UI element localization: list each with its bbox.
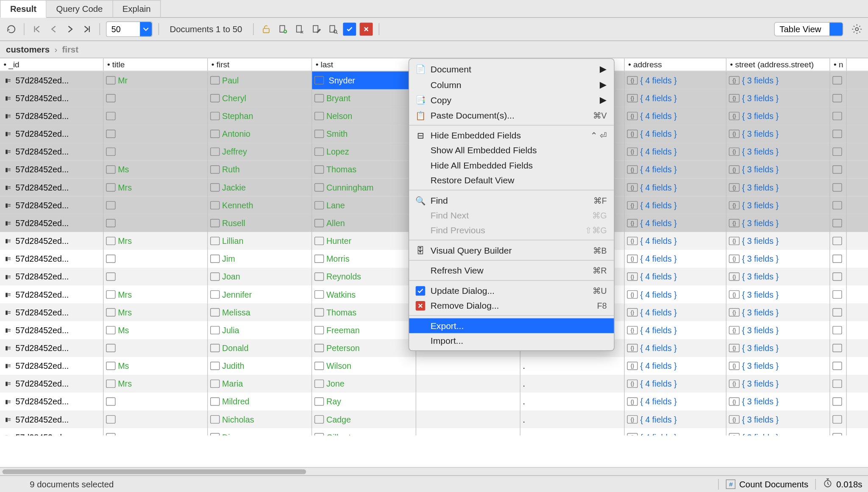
tab-query-code[interactable]: Query Code [47,0,113,18]
table-row[interactable]: ▮≡57d28452ed...MrsMariaJone.{ 4 fields }… [0,375,868,392]
column-header[interactable]: • title [103,58,208,71]
page-size-select[interactable] [106,22,153,37]
string-icon [106,201,115,210]
string-icon [106,254,115,263]
string-icon [832,76,842,85]
context-menu-item[interactable]: Column▶ [409,77,614,92]
column-header[interactable]: • address [625,58,726,71]
gear-icon[interactable] [850,22,863,36]
nav-next-icon[interactable] [64,22,77,36]
refresh-icon[interactable] [5,22,18,36]
string-icon [314,415,324,424]
count-documents-button[interactable]: Count Documents [739,479,808,489]
context-menu-item[interactable]: Restore Default View [409,172,614,187]
object-icon [627,147,637,156]
nav-prev-icon[interactable] [47,22,60,36]
context-menu-item[interactable]: Update Dialog...⌘U [409,283,614,298]
chevron-right-icon: ▶ [600,94,607,105]
id-icon: ▮≡ [3,219,13,227]
context-menu-item[interactable]: Hide All Embedded Fields [409,158,614,172]
view-json-icon[interactable] [293,22,306,36]
tab-result[interactable]: Result [0,0,47,18]
remove-icon[interactable] [359,22,373,36]
menu-item-label: Show All Embedded Fields [431,145,607,155]
context-menu-item[interactable]: 📄Document▶ [409,61,614,77]
menu-item-label: Document [431,64,595,74]
id-icon: ▮≡ [3,415,13,424]
menu-item-label: Find Previous [431,225,580,235]
string-icon [832,94,842,102]
context-menu-item[interactable]: Import... [409,333,614,348]
string-icon [210,237,220,245]
object-icon [729,112,740,120]
context-menu-item[interactable]: 🗄Visual Query Builder⌘B [409,243,614,257]
string-icon [106,308,115,317]
context-menu-item[interactable]: Show All Embedded Fields [409,143,614,158]
string-icon [106,344,115,352]
string-icon [106,415,115,424]
object-icon [627,219,637,227]
string-icon [832,398,842,406]
page-size-input[interactable] [106,22,140,36]
string-icon [210,183,220,192]
menu-item-shortcut: ⌘V [593,111,607,120]
object-icon [627,326,637,334]
string-icon [832,147,842,156]
object-icon [627,379,637,388]
string-icon [314,362,324,370]
context-menu-item[interactable]: Export... [409,318,614,333]
context-menu-item[interactable]: 📋Paste Document(s)...⌘V [409,108,614,122]
breadcrumb-root[interactable]: customers [6,44,50,54]
horizontal-scrollbar[interactable] [0,467,868,475]
nav-first-icon[interactable] [31,22,44,36]
context-menu-item[interactable]: 📑Copy▶ [409,92,614,108]
menu-item-label: Visual Query Builder [431,245,588,255]
string-icon [314,130,324,138]
menu-item-label: Paste Document(s)... [431,110,588,120]
view-mode-select[interactable]: Table View [774,22,843,36]
menu-item-icon: 🗄 [415,246,426,255]
unlock-icon[interactable] [259,22,273,36]
context-menu-item[interactable]: Refresh View⌘R [409,263,614,278]
context-menu-item[interactable]: ⊟Hide Embedded Fields⌃ ⏎ [409,128,614,143]
id-icon: ▮≡ [3,379,13,388]
update-icon[interactable] [343,22,356,36]
table-row[interactable]: ▮≡57d28452ed...MildredRay.{ 4 fields }{ … [0,392,868,410]
object-icon [729,130,740,138]
edit-document-icon[interactable] [309,22,323,36]
string-icon [832,272,842,281]
find-document-icon[interactable] [326,22,339,36]
context-menu-item[interactable]: 🔍Find⌘F [409,193,614,207]
context-menu-item[interactable]: Remove Dialog...F8 [409,298,614,313]
column-header[interactable]: • first [208,58,312,71]
column-header[interactable]: • _id [0,58,103,71]
string-icon [314,379,324,388]
object-icon [627,201,637,210]
tab-explain[interactable]: Explain [113,0,161,18]
chevron-down-icon[interactable] [140,22,152,36]
object-icon [627,112,637,120]
table-row[interactable]: ▮≡57d28452ed...MsJudithWilson.{ 4 fields… [0,357,868,375]
menu-item-label: Column [431,80,595,90]
menu-item-icon [415,301,426,310]
column-header[interactable]: • n [830,58,847,71]
string-icon [210,344,220,352]
menu-item-label: Restore Default View [431,175,607,185]
column-header[interactable]: • last [312,58,416,71]
id-icon: ▮≡ [3,254,13,263]
string-icon [314,272,324,281]
breadcrumb-leaf[interactable]: first [62,44,78,54]
chevron-updown-icon[interactable] [829,22,843,36]
nav-last-icon[interactable] [81,22,94,36]
column-header[interactable]: • street (address.street) [726,58,830,71]
table-row[interactable]: ▮≡57d28452edDianneGilbert{ 4 fields }{ 3… [0,428,868,436]
chevron-right-icon: ▶ [600,79,607,90]
id-icon: ▮≡ [3,76,13,85]
string-icon [106,219,115,227]
menu-item-shortcut: ⌘U [593,286,607,295]
hash-icon: # [726,479,735,489]
breadcrumb: customers › first [0,41,868,58]
add-document-icon[interactable] [276,22,289,36]
string-icon [210,130,220,138]
table-row[interactable]: ▮≡57d28452ed...NicholasCadge.{ 4 fields … [0,410,868,428]
